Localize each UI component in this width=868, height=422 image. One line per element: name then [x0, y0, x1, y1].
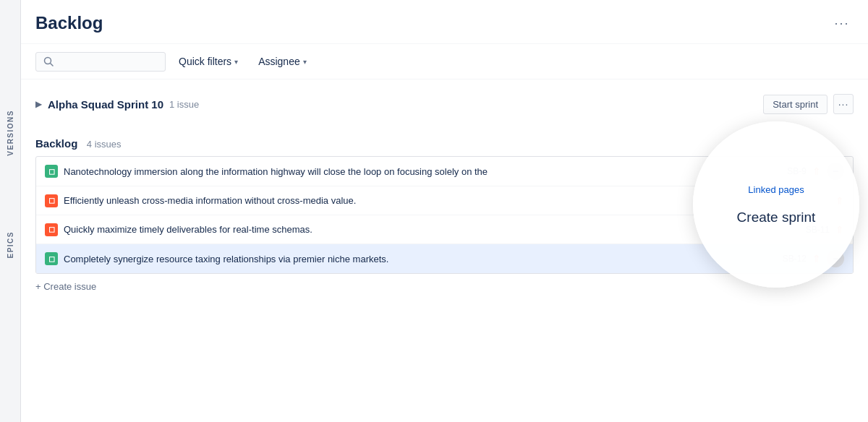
issue-summary: Efficiently unleash cross-media informat… — [64, 195, 788, 206]
quick-filters-button[interactable]: Quick filters ▾ — [171, 51, 245, 72]
create-issue-link[interactable]: + Create issue — [35, 274, 854, 299]
sprint-expand-icon[interactable]: ▶ — [35, 99, 42, 109]
issue-summary: Nanotechnology immersion along the infor… — [64, 166, 765, 177]
backlog-issue-count: 4 issues — [87, 139, 122, 150]
backlog-header-left: Backlog 4 issues — [35, 137, 122, 150]
assignee-button[interactable]: Assignee ▾ — [251, 51, 314, 72]
sprint-issue-count: 1 issue — [169, 99, 199, 110]
create-sprint-item[interactable]: Create sprint — [737, 210, 816, 225]
context-menu-popup: Linked pages Create sprint — [693, 121, 859, 288]
start-sprint-button[interactable]: Start sprint — [763, 95, 827, 114]
versions-label[interactable]: VERSIONS — [0, 101, 20, 165]
search-icon — [43, 56, 54, 66]
issue-type-bug: ◻ — [45, 194, 58, 207]
svg-line-1 — [51, 64, 54, 66]
quick-filters-label: Quick filters — [179, 56, 231, 67]
issue-summary: Completely synergize resource taxing rel… — [64, 254, 765, 264]
issue-type-story: ◻ — [45, 165, 58, 178]
sprint-header-left: ▶ Alpha Squad Sprint 10 1 issue — [35, 98, 199, 111]
sprint-name: Alpha Squad Sprint 10 — [48, 98, 163, 111]
sprint-section: ▶ Alpha Squad Sprint 10 1 issue Start sp… — [35, 88, 854, 120]
assignee-label: Assignee — [258, 56, 300, 67]
page-header: Backlog ··· — [21, 0, 868, 44]
issue-type-story: ◻ — [45, 252, 58, 265]
search-box[interactable] — [35, 52, 166, 72]
side-panel: VERSIONS EPICS — [0, 0, 20, 422]
page-title: Backlog — [35, 13, 103, 33]
search-input[interactable] — [58, 56, 152, 67]
assignee-chevron: ▾ — [303, 58, 307, 66]
sprint-more-button[interactable]: ··· — [833, 94, 854, 114]
epics-label[interactable]: EPICS — [0, 223, 20, 267]
header-more-button[interactable]: ··· — [830, 12, 854, 35]
backlog-title: Backlog — [35, 137, 77, 150]
issue-summary: Quickly maximize timely deliverables for… — [64, 224, 788, 235]
quick-filters-chevron: ▾ — [234, 58, 238, 66]
sprint-header-right: Start sprint ··· — [763, 94, 854, 114]
sprint-header: ▶ Alpha Squad Sprint 10 1 issue Start sp… — [35, 88, 854, 120]
linked-pages-item[interactable]: Linked pages — [748, 184, 804, 195]
issue-type-bug: ◻ — [45, 223, 58, 236]
toolbar: Quick filters ▾ Assignee ▾ — [21, 44, 868, 79]
